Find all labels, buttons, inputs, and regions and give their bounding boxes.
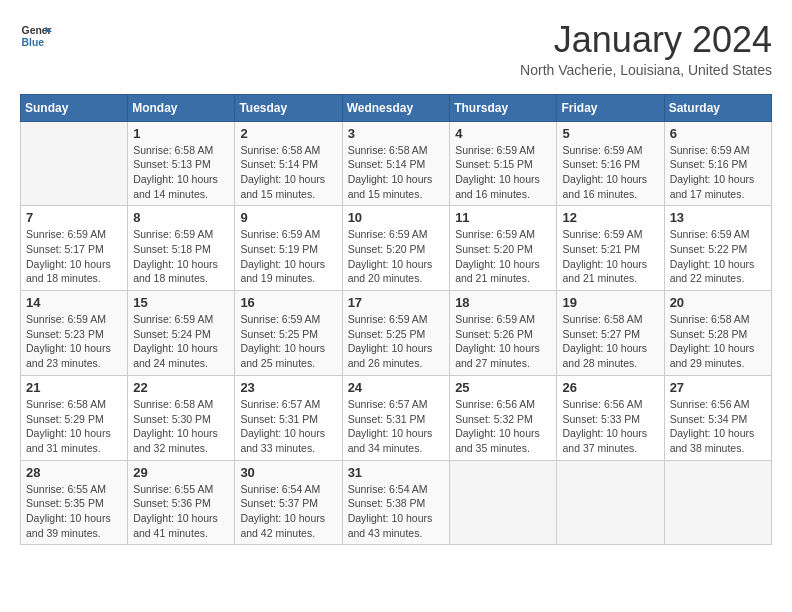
calendar-cell: [557, 460, 664, 545]
day-number: 5: [562, 126, 658, 141]
day-number: 28: [26, 465, 122, 480]
calendar-cell: 2Sunrise: 6:58 AMSunset: 5:14 PMDaylight…: [235, 121, 342, 206]
day-info: Sunrise: 6:58 AMSunset: 5:30 PMDaylight:…: [133, 397, 229, 456]
day-number: 17: [348, 295, 445, 310]
calendar-cell: 12Sunrise: 6:59 AMSunset: 5:21 PMDayligh…: [557, 206, 664, 291]
day-info: Sunrise: 6:58 AMSunset: 5:13 PMDaylight:…: [133, 143, 229, 202]
svg-text:Blue: Blue: [22, 37, 45, 48]
calendar-cell: 25Sunrise: 6:56 AMSunset: 5:32 PMDayligh…: [450, 375, 557, 460]
calendar-body: 1Sunrise: 6:58 AMSunset: 5:13 PMDaylight…: [21, 121, 772, 545]
calendar-cell: 3Sunrise: 6:58 AMSunset: 5:14 PMDaylight…: [342, 121, 450, 206]
calendar-cell: 5Sunrise: 6:59 AMSunset: 5:16 PMDaylight…: [557, 121, 664, 206]
day-number: 3: [348, 126, 445, 141]
day-number: 12: [562, 210, 658, 225]
day-number: 18: [455, 295, 551, 310]
day-number: 19: [562, 295, 658, 310]
page-header: General Blue January 2024 North Vacherie…: [20, 20, 772, 78]
day-info: Sunrise: 6:59 AMSunset: 5:20 PMDaylight:…: [348, 227, 445, 286]
calendar-week-row: 1Sunrise: 6:58 AMSunset: 5:13 PMDaylight…: [21, 121, 772, 206]
day-number: 7: [26, 210, 122, 225]
calendar-cell: 19Sunrise: 6:58 AMSunset: 5:27 PMDayligh…: [557, 291, 664, 376]
day-info: Sunrise: 6:59 AMSunset: 5:17 PMDaylight:…: [26, 227, 122, 286]
day-number: 11: [455, 210, 551, 225]
day-number: 21: [26, 380, 122, 395]
day-info: Sunrise: 6:58 AMSunset: 5:28 PMDaylight:…: [670, 312, 766, 371]
day-number: 20: [670, 295, 766, 310]
day-number: 30: [240, 465, 336, 480]
calendar-cell: 10Sunrise: 6:59 AMSunset: 5:20 PMDayligh…: [342, 206, 450, 291]
month-title: January 2024: [520, 20, 772, 60]
day-number: 4: [455, 126, 551, 141]
day-number: 1: [133, 126, 229, 141]
logo-icon: General Blue: [20, 20, 52, 52]
calendar-week-row: 21Sunrise: 6:58 AMSunset: 5:29 PMDayligh…: [21, 375, 772, 460]
calendar-cell: 9Sunrise: 6:59 AMSunset: 5:19 PMDaylight…: [235, 206, 342, 291]
calendar-cell: 15Sunrise: 6:59 AMSunset: 5:24 PMDayligh…: [128, 291, 235, 376]
title-block: January 2024 North Vacherie, Louisiana, …: [520, 20, 772, 78]
logo: General Blue: [20, 20, 52, 52]
calendar-cell: 4Sunrise: 6:59 AMSunset: 5:15 PMDaylight…: [450, 121, 557, 206]
day-number: 2: [240, 126, 336, 141]
day-info: Sunrise: 6:59 AMSunset: 5:16 PMDaylight:…: [670, 143, 766, 202]
calendar-cell: 11Sunrise: 6:59 AMSunset: 5:20 PMDayligh…: [450, 206, 557, 291]
day-info: Sunrise: 6:59 AMSunset: 5:23 PMDaylight:…: [26, 312, 122, 371]
day-of-week-header: Saturday: [664, 94, 771, 121]
day-number: 22: [133, 380, 229, 395]
calendar-cell: 23Sunrise: 6:57 AMSunset: 5:31 PMDayligh…: [235, 375, 342, 460]
calendar-cell: 7Sunrise: 6:59 AMSunset: 5:17 PMDaylight…: [21, 206, 128, 291]
day-number: 26: [562, 380, 658, 395]
day-of-week-header: Thursday: [450, 94, 557, 121]
day-number: 24: [348, 380, 445, 395]
day-info: Sunrise: 6:56 AMSunset: 5:33 PMDaylight:…: [562, 397, 658, 456]
days-of-week-row: SundayMondayTuesdayWednesdayThursdayFrid…: [21, 94, 772, 121]
calendar-cell: 13Sunrise: 6:59 AMSunset: 5:22 PMDayligh…: [664, 206, 771, 291]
day-info: Sunrise: 6:54 AMSunset: 5:38 PMDaylight:…: [348, 482, 445, 541]
day-info: Sunrise: 6:58 AMSunset: 5:27 PMDaylight:…: [562, 312, 658, 371]
day-info: Sunrise: 6:59 AMSunset: 5:26 PMDaylight:…: [455, 312, 551, 371]
day-info: Sunrise: 6:56 AMSunset: 5:32 PMDaylight:…: [455, 397, 551, 456]
day-number: 15: [133, 295, 229, 310]
calendar-cell: 18Sunrise: 6:59 AMSunset: 5:26 PMDayligh…: [450, 291, 557, 376]
calendar-header: SundayMondayTuesdayWednesdayThursdayFrid…: [21, 94, 772, 121]
calendar-cell: 31Sunrise: 6:54 AMSunset: 5:38 PMDayligh…: [342, 460, 450, 545]
day-number: 8: [133, 210, 229, 225]
calendar-cell: 17Sunrise: 6:59 AMSunset: 5:25 PMDayligh…: [342, 291, 450, 376]
day-number: 25: [455, 380, 551, 395]
day-info: Sunrise: 6:55 AMSunset: 5:36 PMDaylight:…: [133, 482, 229, 541]
day-info: Sunrise: 6:59 AMSunset: 5:25 PMDaylight:…: [240, 312, 336, 371]
calendar-cell: 21Sunrise: 6:58 AMSunset: 5:29 PMDayligh…: [21, 375, 128, 460]
calendar-cell: 22Sunrise: 6:58 AMSunset: 5:30 PMDayligh…: [128, 375, 235, 460]
day-number: 6: [670, 126, 766, 141]
day-info: Sunrise: 6:59 AMSunset: 5:22 PMDaylight:…: [670, 227, 766, 286]
day-info: Sunrise: 6:58 AMSunset: 5:29 PMDaylight:…: [26, 397, 122, 456]
calendar-cell: 14Sunrise: 6:59 AMSunset: 5:23 PMDayligh…: [21, 291, 128, 376]
calendar-cell: [664, 460, 771, 545]
day-info: Sunrise: 6:58 AMSunset: 5:14 PMDaylight:…: [348, 143, 445, 202]
calendar-cell: 30Sunrise: 6:54 AMSunset: 5:37 PMDayligh…: [235, 460, 342, 545]
day-info: Sunrise: 6:59 AMSunset: 5:25 PMDaylight:…: [348, 312, 445, 371]
calendar-cell: 29Sunrise: 6:55 AMSunset: 5:36 PMDayligh…: [128, 460, 235, 545]
day-number: 29: [133, 465, 229, 480]
day-number: 27: [670, 380, 766, 395]
day-of-week-header: Wednesday: [342, 94, 450, 121]
day-info: Sunrise: 6:54 AMSunset: 5:37 PMDaylight:…: [240, 482, 336, 541]
day-info: Sunrise: 6:59 AMSunset: 5:21 PMDaylight:…: [562, 227, 658, 286]
calendar-week-row: 28Sunrise: 6:55 AMSunset: 5:35 PMDayligh…: [21, 460, 772, 545]
day-info: Sunrise: 6:59 AMSunset: 5:18 PMDaylight:…: [133, 227, 229, 286]
location-subtitle: North Vacherie, Louisiana, United States: [520, 62, 772, 78]
calendar-week-row: 7Sunrise: 6:59 AMSunset: 5:17 PMDaylight…: [21, 206, 772, 291]
calendar-cell: 28Sunrise: 6:55 AMSunset: 5:35 PMDayligh…: [21, 460, 128, 545]
day-number: 13: [670, 210, 766, 225]
day-number: 14: [26, 295, 122, 310]
calendar-cell: 24Sunrise: 6:57 AMSunset: 5:31 PMDayligh…: [342, 375, 450, 460]
day-number: 16: [240, 295, 336, 310]
day-of-week-header: Monday: [128, 94, 235, 121]
calendar-cell: 8Sunrise: 6:59 AMSunset: 5:18 PMDaylight…: [128, 206, 235, 291]
calendar-cell: 6Sunrise: 6:59 AMSunset: 5:16 PMDaylight…: [664, 121, 771, 206]
calendar-cell: 16Sunrise: 6:59 AMSunset: 5:25 PMDayligh…: [235, 291, 342, 376]
day-info: Sunrise: 6:57 AMSunset: 5:31 PMDaylight:…: [240, 397, 336, 456]
day-info: Sunrise: 6:59 AMSunset: 5:19 PMDaylight:…: [240, 227, 336, 286]
day-info: Sunrise: 6:59 AMSunset: 5:15 PMDaylight:…: [455, 143, 551, 202]
day-number: 31: [348, 465, 445, 480]
day-number: 9: [240, 210, 336, 225]
